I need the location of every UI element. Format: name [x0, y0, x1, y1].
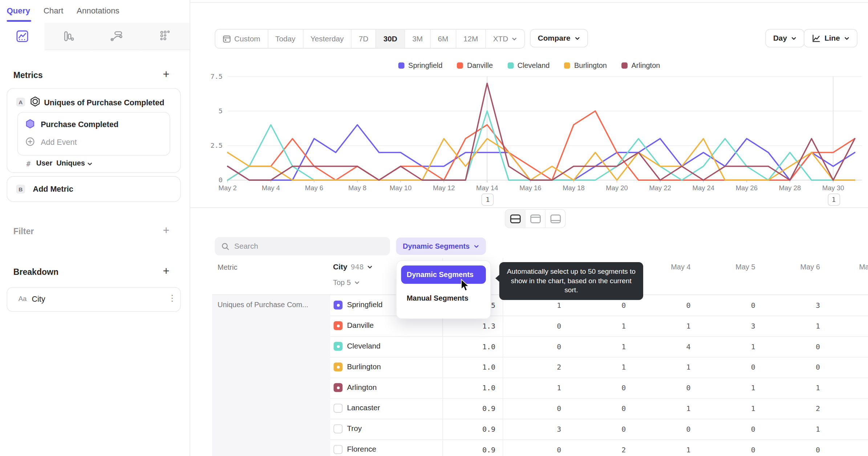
segment-checkbox-checked[interactable]: [334, 383, 343, 392]
sidebar-tabs: QueryChartAnnotations: [7, 6, 119, 15]
query-sidebar: QueryChartAnnotations: [0, 0, 190, 456]
chart-type-line-cell[interactable]: [0, 23, 45, 50]
date-range-custom[interactable]: Custom: [215, 29, 268, 48]
add-event-label[interactable]: Add Event: [41, 138, 77, 147]
segment-day-value: 1: [516, 301, 561, 309]
add-filter-plus-icon[interactable]: +: [163, 225, 170, 236]
table-row-cleveland[interactable]: Cleveland1.001410: [330, 336, 868, 357]
breakdown-count: 948: [350, 262, 364, 271]
compare-button[interactable]: Compare: [530, 29, 588, 48]
chevron-down-icon: [511, 36, 517, 41]
breakdown-header-label: City: [333, 262, 347, 271]
property-type-icon: Aa: [19, 295, 27, 303]
date-range-7d[interactable]: 7D: [351, 29, 376, 48]
segment-day-value: 1: [646, 322, 691, 330]
metric-b-card[interactable]: B Add Metric: [7, 176, 181, 202]
checkbox-dot: [337, 304, 340, 306]
top-n-selector[interactable]: Top 5: [333, 278, 360, 286]
bottom-panel-icon: [550, 214, 561, 223]
y-axis-tick-label: 2.5: [211, 142, 223, 149]
date-range-yesterday[interactable]: Yesterday: [303, 29, 351, 48]
segment-day-value: 1: [581, 363, 626, 371]
date-range-12m[interactable]: 12M: [455, 29, 485, 48]
date-range-today[interactable]: Today: [268, 29, 303, 48]
date-range-30d[interactable]: 30D: [376, 29, 405, 48]
segment-checkbox[interactable]: [334, 404, 343, 413]
table-row-burlington[interactable]: Burlington1.021100: [330, 357, 868, 378]
menu-item-manual-segments[interactable]: Manual Segments: [401, 289, 486, 308]
table-row-arlington[interactable]: Arlington1.010011: [330, 378, 868, 399]
layout-top-panel-button[interactable]: [525, 210, 545, 228]
breakdown-city-card[interactable]: Aa City ⋮: [7, 287, 181, 312]
segment-day-value: 0: [581, 404, 626, 413]
flow-chart-icon: [110, 30, 123, 42]
add-breakdown-plus-icon[interactable]: +: [163, 266, 170, 276]
menu-item-dynamic-segments[interactable]: Dynamic Segments: [401, 265, 486, 284]
layout-split-view-button[interactable]: [506, 210, 525, 228]
breakdown-column-header[interactable]: City 948: [333, 262, 373, 271]
analytics-app: QueryChartAnnotations: [0, 0, 868, 456]
chart-type-scatter-cell[interactable]: [141, 23, 190, 50]
search-input[interactable]: Search: [215, 237, 390, 256]
breakdown-city-label: City: [32, 294, 45, 304]
measure-chevron-down-icon: [87, 161, 93, 167]
chevron-down-icon: [354, 280, 360, 285]
chart-type-flow-cell[interactable]: [93, 23, 141, 50]
segment-checkbox[interactable]: [334, 445, 343, 454]
tab-chart[interactable]: Chart: [44, 6, 63, 15]
metric-a-card[interactable]: A Uniques of Purchase Completed Purchase…: [7, 88, 181, 173]
table-row-florence[interactable]: Florence0.902100: [330, 439, 868, 456]
chevron-down-icon: [844, 36, 849, 41]
line-chart[interactable]: 02.557.5May 2May 4May 6May 8May 10May 12…: [190, 53, 868, 216]
segment-day-value: 2: [581, 445, 626, 454]
measure-user[interactable]: User: [36, 159, 52, 167]
series-line-arlington[interactable]: [228, 83, 855, 180]
date-range-control: CustomTodayYesterday7D30D3M6M12MXTD: [215, 29, 525, 49]
segment-city-label: Lancaster: [347, 404, 380, 412]
layout-bottom-panel-button[interactable]: [545, 210, 565, 228]
segment-day-value: 0: [711, 445, 755, 454]
segment-city-label: Florence: [347, 445, 376, 453]
segment-day-value: 1: [581, 322, 626, 330]
segment-checkbox-checked[interactable]: [334, 321, 343, 330]
measure-type[interactable]: Uniques: [56, 159, 85, 167]
date-range-label: XTD: [493, 34, 508, 43]
calendar-icon: [223, 34, 231, 43]
segment-checkbox[interactable]: [334, 424, 343, 433]
date-range-label: 30D: [384, 34, 397, 43]
interval-button[interactable]: Day: [765, 29, 804, 48]
tab-annotations[interactable]: Annotations: [77, 6, 119, 15]
chart-type-button[interactable]: Line: [804, 29, 857, 48]
table-row-lancaster[interactable]: Lancaster0.900112: [330, 398, 868, 419]
layout-toggle-group: [505, 209, 565, 228]
annotation-badge[interactable]: 1: [482, 194, 494, 206]
date-range-xtd[interactable]: XTD: [485, 29, 524, 48]
x-axis-tick-label: May 14: [476, 184, 498, 192]
x-axis-tick-label: May 12: [433, 184, 455, 192]
add-metric-plus-icon[interactable]: +: [163, 69, 170, 79]
chart-type-bar-cell[interactable]: [45, 23, 93, 50]
tab-query[interactable]: Query: [7, 6, 30, 15]
annotation-badge[interactable]: 1: [828, 194, 840, 206]
segment-day-value: 1: [711, 404, 755, 413]
date-range-6m[interactable]: 6M: [430, 29, 455, 48]
kebab-menu-icon[interactable]: ⋮: [168, 293, 176, 304]
date-column-header: May 6: [775, 262, 820, 271]
event-name[interactable]: Purchase Completed: [41, 120, 118, 129]
series-line-burlington[interactable]: [228, 139, 855, 180]
segment-checkbox-checked[interactable]: [334, 342, 343, 351]
search-icon: [222, 242, 230, 250]
bar-chart-icon: [62, 30, 75, 42]
segment-day-value: 0: [516, 404, 561, 413]
measure-hash: #: [26, 159, 31, 168]
main-top-border: [190, 2, 868, 3]
chevron-down-icon: [474, 243, 479, 249]
table-row-troy[interactable]: Troy0.930001: [330, 419, 868, 440]
date-range-3m[interactable]: 3M: [405, 29, 430, 48]
segments-dropdown-button[interactable]: Dynamic Segments: [396, 237, 486, 255]
segment-day-value: 0: [646, 301, 691, 309]
segment-checkbox-checked[interactable]: [334, 362, 343, 371]
checkbox-dot: [337, 345, 340, 348]
segment-day-value: 0: [646, 425, 691, 433]
segment-checkbox-checked[interactable]: [334, 301, 343, 310]
